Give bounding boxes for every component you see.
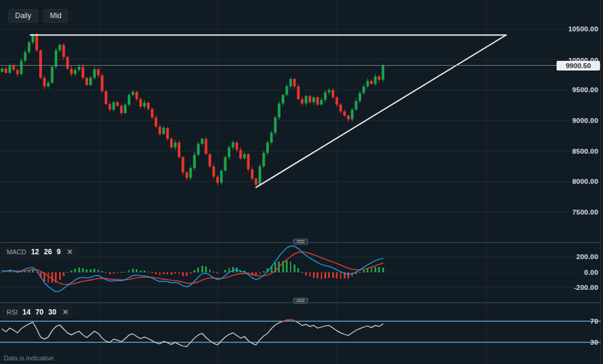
chart-plot-area[interactable] [0, 0, 603, 364]
macd-label: MACD [7, 248, 26, 256]
macd-tick-200: 200.00 [576, 253, 598, 260]
macd-close-icon[interactable]: ✕ [67, 248, 73, 256]
trading-chart-window: Daily Mid MACD 12 26 9 ✕ RSI 14 70 30 ✕ … [0, 0, 603, 364]
rsi-legend[interactable]: RSI 14 70 30 ✕ [1, 306, 74, 318]
price-tick-8000: 8000.00 [572, 178, 598, 185]
rsi-param-oversold: 30 [48, 308, 56, 316]
price-tick-7500: 7500.00 [572, 209, 598, 216]
macd-param-signal: 9 [57, 248, 61, 256]
rsi-param-length: 14 [22, 308, 30, 316]
price-tick-10500: 10500.00 [568, 25, 598, 33]
macd-panel-resize-handle[interactable] [293, 239, 308, 245]
trendline-support[interactable] [256, 35, 507, 187]
trendlines[interactable] [30, 35, 506, 187]
rsi-tick-30: 30 [590, 339, 598, 346]
rsi-panel-resize-handle[interactable] [293, 298, 308, 304]
rsi-param-overbought: 70 [36, 308, 43, 316]
rsi-tick-70: 70 [590, 318, 598, 325]
macd-tick-0: 0.00 [584, 269, 598, 276]
grid-lines [0, 0, 601, 364]
macd-legend[interactable]: MACD 12 26 9 ✕ [1, 245, 78, 258]
macd-param-slow: 26 [44, 248, 52, 256]
timeframe-button-daily[interactable]: Daily [8, 9, 38, 23]
macd-tick--200: -200.00 [574, 284, 598, 291]
last-price-badge: 9900.50 [557, 61, 600, 71]
chart-style-button-mid[interactable]: Mid [43, 9, 68, 23]
disclaimer-text: Data is indicative [4, 354, 54, 362]
rsi-label: RSI [7, 309, 17, 316]
macd-param-fast: 12 [31, 248, 39, 256]
rsi-close-icon[interactable]: ✕ [62, 308, 68, 316]
price-tick-9000: 9000.00 [572, 117, 598, 124]
price-tick-9500: 9500.00 [572, 86, 598, 93]
price-tick-8500: 8500.00 [572, 148, 598, 155]
timeframe-toolbar: Daily Mid [8, 9, 68, 23]
candlestick-series[interactable] [1, 33, 384, 187]
macd-histogram [1, 260, 384, 283]
